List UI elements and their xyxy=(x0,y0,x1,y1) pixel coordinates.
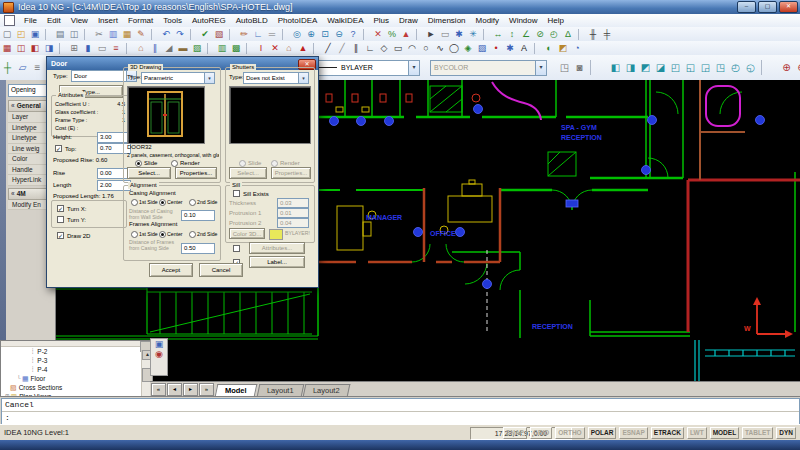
zoom-out-icon[interactable]: ⊖ xyxy=(794,60,800,75)
toggle-ortho[interactable]: ORTHO xyxy=(555,427,584,439)
attributes-button[interactable]: Attributes... xyxy=(249,242,305,254)
windows-taskbar[interactable] xyxy=(0,440,800,450)
publish-icon[interactable]: ▲ xyxy=(399,28,413,40)
toggle-polar[interactable]: POLAR xyxy=(588,427,617,439)
label-button[interactable]: Label... xyxy=(249,256,305,268)
dim-radius-icon[interactable]: ◴ xyxy=(547,28,561,40)
spline-icon[interactable]: ∿ xyxy=(433,42,447,54)
menu-item[interactable]: Window xyxy=(504,16,542,25)
attributes-checkbox[interactable] xyxy=(233,245,240,252)
list-icon[interactable]: ≡ xyxy=(30,60,45,75)
pan-icon[interactable]: ◎ xyxy=(290,28,304,40)
close-button[interactable]: ✕ xyxy=(779,1,798,13)
toolbar-separator[interactable] xyxy=(590,60,606,75)
door-tool-icon[interactable]: ◧ xyxy=(28,42,42,54)
grid-icon[interactable]: ⊞ xyxy=(67,42,81,54)
house-icon[interactable]: ⌂ xyxy=(282,42,296,54)
tree-item-p3[interactable]: ┊ P-3 xyxy=(31,356,141,365)
orbit-icon[interactable]: ◔ xyxy=(570,42,584,54)
menu-item[interactable]: Plus xyxy=(369,16,395,25)
view-sw-iso-icon[interactable]: ◲ xyxy=(698,60,713,75)
polygon-icon[interactable]: ◇ xyxy=(377,42,391,54)
casing-1st-side-radio[interactable] xyxy=(131,199,138,206)
menu-item[interactable]: Dimension xyxy=(423,16,471,25)
toolbar-separator[interactable] xyxy=(483,29,489,40)
maximize-button[interactable]: ▢ xyxy=(758,1,777,13)
menu-item[interactable]: WalkIDEA xyxy=(322,16,368,25)
rectangle-icon[interactable]: ▭ xyxy=(391,42,405,54)
tree-expander[interactable]: └ xyxy=(17,374,21,383)
toggle-tablet[interactable]: TABLET xyxy=(742,427,773,439)
linetype-combo[interactable]: BYLAYER xyxy=(307,60,420,76)
toolbar-separator[interactable] xyxy=(151,29,157,40)
distance-icon[interactable]: ┼ xyxy=(0,60,15,75)
toolbar-separator[interactable] xyxy=(84,29,90,40)
railing-icon[interactable]: ∥ xyxy=(148,42,162,54)
sheet-icon[interactable]: ▭ xyxy=(438,28,452,40)
protrusion1-field[interactable]: 0.01 xyxy=(277,208,309,218)
properties-button[interactable]: Properties... xyxy=(175,167,217,179)
menu-item[interactable]: View xyxy=(66,16,93,25)
check-standards-icon[interactable]: ✔ xyxy=(198,28,212,40)
render-icon[interactable]: ◙ xyxy=(572,60,587,75)
toggle-lwt[interactable]: LWT xyxy=(687,427,707,439)
turn-y-checkbox[interactable] xyxy=(57,216,64,223)
sill-exists-checkbox[interactable] xyxy=(233,190,240,197)
tree-expander[interactable]: ┊ xyxy=(31,365,34,374)
camera-icon[interactable]: ◉ xyxy=(155,349,163,359)
roof-icon[interactable]: ⌂ xyxy=(134,42,148,54)
protrusion2-field[interactable]: 0.04 xyxy=(277,218,309,228)
accept-button[interactable]: Accept xyxy=(149,263,193,277)
cancel-button[interactable]: Cancel xyxy=(199,263,243,277)
toolbar-separator[interactable] xyxy=(282,29,288,40)
ramp-icon[interactable]: ◢ xyxy=(162,42,176,54)
column-icon[interactable]: ▮ xyxy=(81,42,95,54)
opening-icon[interactable]: ◫ xyxy=(14,42,28,54)
space-icon[interactable]: ▨ xyxy=(190,42,204,54)
hatch-icon[interactable]: ▨ xyxy=(475,42,489,54)
tree-item-p4[interactable]: ┊ P-4 xyxy=(31,365,141,374)
tree-expander[interactable]: ┊ xyxy=(31,347,34,356)
menu-item[interactable]: Format xyxy=(123,16,158,25)
mline-icon[interactable]: ∥ xyxy=(349,42,363,54)
frames-center-radio[interactable] xyxy=(159,231,166,238)
color-3d-button[interactable]: Color 3D... xyxy=(229,228,265,239)
toolbar-separator[interactable] xyxy=(761,60,777,75)
shade-icon[interactable]: ◐ xyxy=(542,42,556,54)
slab-icon[interactable]: ▭ xyxy=(95,42,109,54)
lineweight-combo[interactable]: BYCOLOR xyxy=(430,60,547,76)
dim-delta-icon[interactable]: Δ xyxy=(561,28,575,40)
toggle-dyn[interactable]: DYN xyxy=(776,427,796,439)
help-icon[interactable]: ? xyxy=(346,28,360,40)
xline-icon[interactable]: ╱ xyxy=(335,42,349,54)
pencil-icon[interactable]: ✏ xyxy=(237,28,251,40)
toolbar-separator[interactable] xyxy=(45,29,51,40)
undo-icon[interactable]: ↶ xyxy=(159,28,173,40)
settings-icon[interactable]: ✳ xyxy=(466,28,480,40)
tab-nav-first[interactable]: « xyxy=(151,383,166,396)
toolbar-separator[interactable] xyxy=(246,43,252,54)
tab-nav-last[interactable]: » xyxy=(199,383,214,396)
menu-item[interactable]: AutoBLD xyxy=(231,16,273,25)
match-entity-icon[interactable]: ▩ xyxy=(229,42,243,54)
top-checkbox[interactable]: ✓ xyxy=(55,145,62,152)
toolbar-separator[interactable] xyxy=(313,43,319,54)
casing-center-radio[interactable] xyxy=(159,199,166,206)
menu-item[interactable]: Insert xyxy=(93,16,123,25)
copy-entity-icon[interactable]: ▥ xyxy=(215,42,229,54)
menu-item[interactable]: PhotoIDEA xyxy=(273,16,323,25)
dim-vertical-icon[interactable]: ↕ xyxy=(505,28,519,40)
toolbar-separator[interactable] xyxy=(578,29,584,40)
tab-nav-prev[interactable]: ◂ xyxy=(167,383,182,396)
named-views-icon[interactable]: ◩ xyxy=(556,42,570,54)
view-front-icon[interactable]: ◰ xyxy=(668,60,683,75)
print-preview-icon[interactable]: ◫ xyxy=(67,28,81,40)
aerial-view-icon[interactable]: ▣ xyxy=(155,339,164,349)
shutters-render-radio[interactable] xyxy=(271,160,278,167)
toolbar-separator[interactable] xyxy=(534,43,540,54)
menu-item[interactable]: AutoREG xyxy=(187,16,231,25)
minimize-button[interactable]: – xyxy=(737,1,756,13)
shutters-slide-radio[interactable] xyxy=(239,160,246,167)
text-icon[interactable]: A xyxy=(517,42,531,54)
command-input[interactable]: : xyxy=(2,412,799,424)
